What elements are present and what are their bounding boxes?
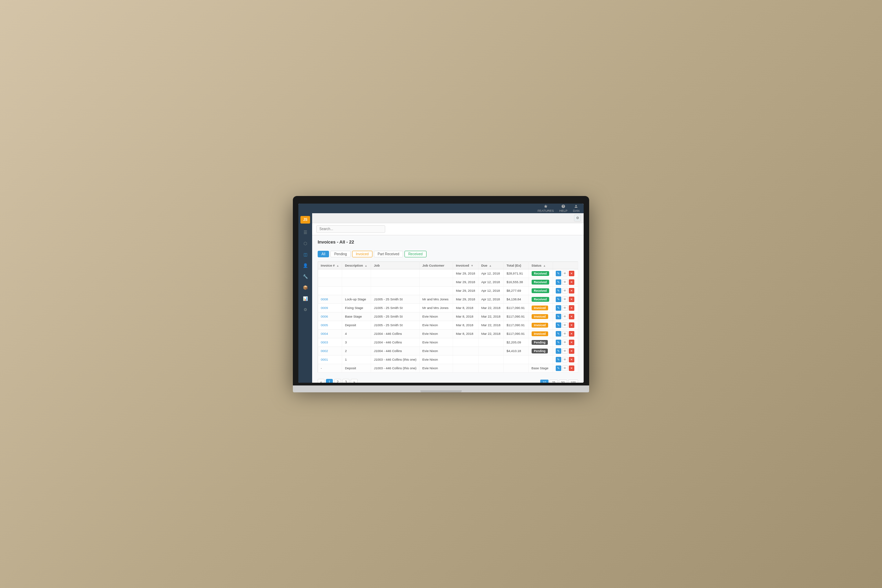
sidebar-item-jobs[interactable]: 🔧 bbox=[300, 272, 310, 281]
page-prev-btn[interactable]: « bbox=[318, 379, 324, 383]
per-page-25[interactable]: 25 bbox=[549, 380, 558, 383]
view-btn-10[interactable]: 👁 bbox=[562, 357, 568, 362]
delete-btn-9[interactable]: ✕ bbox=[569, 348, 574, 354]
cell-description-7: 4 bbox=[342, 329, 371, 338]
status-badge-1: Received bbox=[532, 280, 549, 285]
sidebar-item-menu[interactable]: ☰ bbox=[300, 228, 310, 237]
cell-job-7: J1004 - 446 Collins bbox=[371, 329, 420, 338]
per-page-50[interactable]: 50 bbox=[559, 380, 567, 383]
sidebar-item-contacts[interactable]: 👤 bbox=[300, 261, 310, 270]
edit-btn-9[interactable]: ✎ bbox=[556, 348, 561, 354]
action-icons-7: ✎ 👁 ✕ bbox=[556, 331, 575, 336]
secondary-toolbar: ⚙ bbox=[312, 213, 584, 223]
user-nav-item[interactable]: DAN bbox=[573, 204, 579, 213]
features-nav-item[interactable]: FEATURES bbox=[537, 204, 554, 213]
cell-customer-5: Evie Nixon bbox=[419, 312, 453, 321]
cell-status-7: Invoiced bbox=[528, 329, 553, 338]
delete-btn-10[interactable]: ✕ bbox=[569, 357, 574, 362]
settings-button[interactable]: ⚙ bbox=[574, 214, 581, 222]
filter-tab-received[interactable]: Received bbox=[405, 251, 426, 257]
page-next-btn[interactable]: » bbox=[351, 379, 358, 383]
invoice-link-4[interactable]: 0009 bbox=[321, 306, 328, 310]
table-row: 00011J1003 - 446 Collins (this one)Evie … bbox=[318, 355, 578, 364]
status-badge-3: Received bbox=[532, 297, 549, 302]
action-icons-9: ✎ 👁 ✕ bbox=[556, 348, 575, 354]
view-btn-4[interactable]: 👁 bbox=[562, 305, 568, 311]
delete-btn-6[interactable]: ✕ bbox=[569, 322, 574, 328]
cell-total-4: $117,090.91 bbox=[504, 303, 528, 312]
cell-invoiced-10 bbox=[453, 355, 478, 364]
sidebar-item-invoices[interactable]: ◫ bbox=[300, 250, 310, 260]
cell-invoice-6: 0005 bbox=[318, 321, 342, 329]
col-header-invoice: Invoice # ▲ bbox=[318, 261, 342, 269]
status-badge-4: Invoiced bbox=[532, 306, 548, 310]
delete-btn-5[interactable]: ✕ bbox=[569, 314, 574, 320]
delete-btn-1[interactable]: ✕ bbox=[569, 279, 574, 285]
edit-btn-5[interactable]: ✎ bbox=[556, 314, 561, 320]
invoice-link-10[interactable]: 0001 bbox=[321, 357, 328, 362]
view-btn-6[interactable]: 👁 bbox=[562, 322, 568, 328]
edit-btn-7[interactable]: ✎ bbox=[556, 331, 561, 336]
view-btn-2[interactable]: 👁 bbox=[562, 288, 568, 294]
invoice-link-9[interactable]: 0002 bbox=[321, 349, 328, 353]
edit-btn-11[interactable]: ✎ bbox=[556, 366, 561, 371]
view-btn-1[interactable]: 👁 bbox=[562, 279, 568, 285]
page-2-btn[interactable]: 2 bbox=[334, 379, 341, 383]
filter-tab-invoiced[interactable]: Invoiced bbox=[352, 251, 372, 257]
edit-btn-1[interactable]: ✎ bbox=[556, 279, 561, 285]
delete-btn-3[interactable]: ✕ bbox=[569, 297, 574, 302]
table-row: 0008Lock-up StageJ1005 - 25 Smith StMr a… bbox=[318, 295, 578, 303]
filter-tab-pending[interactable]: Pending bbox=[330, 251, 351, 257]
cell-customer-6: Evie Nixon bbox=[419, 321, 453, 329]
cell-customer-9: Evie Nixon bbox=[419, 346, 453, 355]
status-badge-5: Invoiced bbox=[532, 314, 548, 319]
page-1-btn[interactable]: 1 bbox=[326, 379, 333, 383]
sidebar-item-settings[interactable]: ⚙ bbox=[300, 305, 310, 315]
view-btn-3[interactable]: 👁 bbox=[562, 297, 568, 302]
invoice-link-3[interactable]: 0008 bbox=[321, 297, 328, 301]
view-btn-5[interactable]: 👁 bbox=[562, 314, 568, 320]
sidebar-item-inventory[interactable]: 📦 bbox=[300, 283, 310, 292]
view-btn-11[interactable]: 👁 bbox=[562, 366, 568, 371]
filter-tab-part-received[interactable]: Part Received bbox=[374, 251, 403, 257]
invoice-link-7[interactable]: 0004 bbox=[321, 332, 328, 336]
edit-btn-10[interactable]: ✎ bbox=[556, 357, 561, 362]
table-row: Mar 29, 2018Apr 12, 2018$28,971.91Receiv… bbox=[318, 269, 578, 278]
edit-btn-4[interactable]: ✎ bbox=[556, 305, 561, 311]
cell-due-5: Mar 22, 2018 bbox=[478, 312, 504, 321]
delete-btn-2[interactable]: ✕ bbox=[569, 288, 574, 294]
delete-btn-11[interactable]: ✕ bbox=[569, 366, 574, 371]
edit-btn-2[interactable]: ✎ bbox=[556, 288, 561, 294]
help-nav-item[interactable]: HELP bbox=[559, 204, 567, 213]
view-btn-8[interactable]: 👁 bbox=[562, 340, 568, 345]
view-btn-9[interactable]: 👁 bbox=[562, 348, 568, 354]
edit-btn-6[interactable]: ✎ bbox=[556, 322, 561, 328]
delete-btn-4[interactable]: ✕ bbox=[569, 305, 574, 311]
per-page-10[interactable]: 10 bbox=[540, 380, 549, 383]
filter-tab-all[interactable]: All bbox=[318, 251, 329, 257]
sidebar-item-dashboard[interactable]: ⬡ bbox=[300, 239, 310, 248]
invoice-link-8[interactable]: 0003 bbox=[321, 340, 328, 344]
edit-btn-8[interactable]: ✎ bbox=[556, 340, 561, 345]
sidebar: JS ☰ ⬡ ◫ 👤 🔧 📦 📊 ⚙ bbox=[298, 213, 312, 383]
page-3-btn[interactable]: 3 bbox=[342, 379, 350, 383]
cell-due-9 bbox=[478, 346, 504, 355]
invoice-link-5[interactable]: 0006 bbox=[321, 315, 328, 318]
invoice-link-6[interactable]: 0005 bbox=[321, 323, 328, 327]
cell-invoiced-4: Mar 8, 2018 bbox=[453, 303, 478, 312]
delete-btn-8[interactable]: ✕ bbox=[569, 340, 574, 345]
search-input[interactable] bbox=[316, 225, 385, 233]
action-icons-0: ✎ 👁 ✕ bbox=[556, 271, 575, 276]
action-icons-8: ✎ 👁 ✕ bbox=[556, 340, 575, 345]
page-header-row: Invoices - All - 22 bbox=[318, 239, 578, 248]
view-btn-7[interactable]: 👁 bbox=[562, 331, 568, 336]
table-row: -DepositJ1003 - 446 Collins (this one)Ev… bbox=[318, 364, 578, 372]
view-btn-0[interactable]: 👁 bbox=[562, 271, 568, 276]
delete-btn-0[interactable]: ✕ bbox=[569, 271, 574, 276]
sidebar-item-reports[interactable]: 📊 bbox=[300, 294, 310, 303]
action-icons-6: ✎ 👁 ✕ bbox=[556, 322, 575, 328]
edit-btn-0[interactable]: ✎ bbox=[556, 271, 561, 276]
edit-btn-3[interactable]: ✎ bbox=[556, 297, 561, 302]
per-page-100[interactable]: 100 bbox=[568, 380, 578, 383]
delete-btn-7[interactable]: ✕ bbox=[569, 331, 574, 336]
